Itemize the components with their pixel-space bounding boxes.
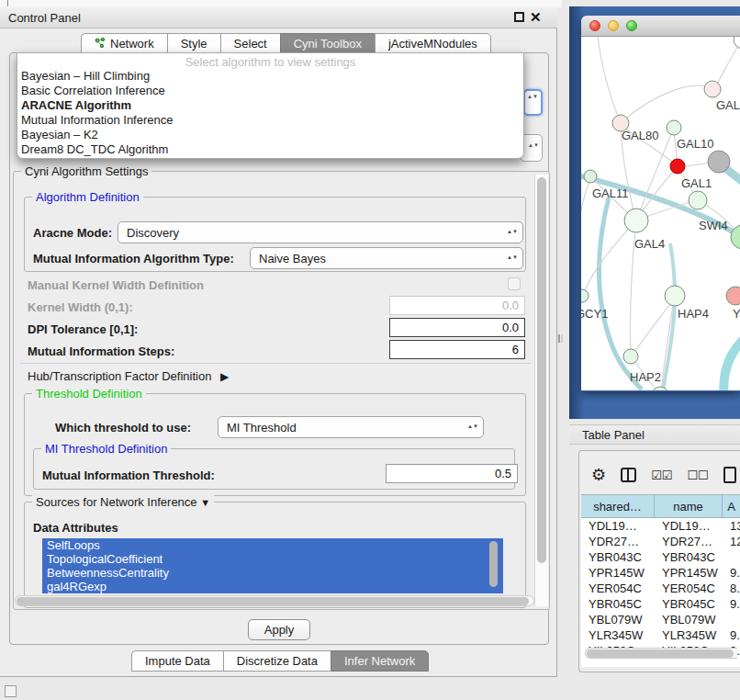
algorithm-combobox-edge[interactable]: ▲▼: [523, 89, 543, 116]
attribute-list-item[interactable]: BetweennessCentrality: [42, 566, 503, 580]
select-columns-unchecked-icon[interactable]: ☐☐: [687, 469, 708, 482]
settings-scrollbar-thumb[interactable]: [537, 177, 546, 563]
network-node[interactable]: [708, 151, 730, 173]
table-panel-titlebar: Table Panel: [569, 424, 740, 445]
network-node[interactable]: [734, 37, 740, 49]
column-header-partial[interactable]: A: [723, 495, 740, 517]
sources-hscroll-thumb[interactable]: [17, 597, 529, 605]
table-cell: 9.: [723, 627, 740, 643]
which-threshold-combobox[interactable]: MI Threshold ▲▼: [218, 416, 484, 438]
network-node[interactable]: [581, 289, 589, 302]
attribute-list-item[interactable]: TopologicalCoefficient: [42, 552, 503, 566]
network-node[interactable]: [667, 120, 681, 135]
network-edge[interactable]: [581, 178, 590, 220]
mi-type-combobox[interactable]: Naive Bayes ▲▼: [250, 247, 523, 269]
minimize-traffic-light-icon[interactable]: [608, 20, 619, 31]
network-edge[interactable]: [715, 40, 740, 87]
apply-button[interactable]: Apply: [248, 619, 310, 640]
close-traffic-light-icon[interactable]: [589, 20, 600, 31]
top-strip: [0, 0, 562, 7]
mi-threshold-field[interactable]: 0.5: [386, 464, 518, 483]
tab-style[interactable]: Style: [167, 33, 220, 54]
tab-jactivemnodules[interactable]: jActiveMNodules: [375, 33, 491, 54]
column-header-shared-name[interactable]: shared…: [581, 495, 655, 517]
network-edge[interactable]: [636, 130, 673, 220]
table-cell: 13: [723, 518, 740, 534]
hub-definition-toggle[interactable]: Hub/Transcription Factor Definition ▶: [28, 369, 229, 383]
mi-type-value: Naive Bayes: [259, 252, 326, 265]
threshold-definition-title: Threshold Definition: [32, 387, 146, 401]
mi-threshold-label: Mutual Information Threshold:: [42, 469, 215, 482]
aracne-mode-label: Aracne Mode:: [33, 226, 112, 240]
tab-select[interactable]: Select: [220, 33, 280, 54]
collapsed-panel-icon[interactable]: [5, 685, 17, 697]
dropdown-item[interactable]: Bayesian – K2: [17, 128, 523, 142]
tab-cyni-toolbox[interactable]: Cyni Toolbox: [280, 33, 375, 54]
select-columns-checked-icon[interactable]: ☑☑: [651, 469, 672, 482]
data-attributes-label: Data Attributes: [33, 521, 118, 535]
aracne-mode-value: Discovery: [127, 226, 179, 240]
network-edge[interactable]: [633, 298, 675, 354]
tab-impute-data[interactable]: Impute Data: [131, 650, 223, 672]
network-edge[interactable]: [598, 37, 620, 121]
tab-label: Discretize Data: [237, 654, 318, 668]
tab-discretize-data[interactable]: Discretize Data: [223, 650, 331, 672]
mi-steps-field[interactable]: 6: [389, 340, 525, 359]
dpi-tolerance-field[interactable]: 0.0: [389, 318, 525, 337]
table-row[interactable]: YDL19…YDL19…13: [581, 518, 740, 534]
tab-label: Impute Data: [145, 654, 210, 668]
network-node[interactable]: [665, 286, 685, 306]
node-label: GAL11: [592, 186, 629, 200]
table-hscroll-thumb[interactable]: [587, 649, 734, 658]
network-node[interactable]: [704, 81, 721, 97]
algorithm-definition-title: Algorithm Definition: [32, 190, 143, 204]
attribute-list-item[interactable]: SelfLoops: [42, 538, 503, 552]
float-icon[interactable]: [514, 12, 524, 22]
network-canvas[interactable]: GALGAL80GAL10GAL1GAL11SWI4GAL4GCY1HAP4YH…: [581, 37, 740, 390]
table-row[interactable]: YBR043CYBR043C: [581, 549, 740, 565]
dropdown-item[interactable]: Dream8 DC_TDC Algorithm: [17, 142, 523, 157]
sources-hscroll-track[interactable]: [15, 595, 534, 606]
settings-scrollbar-track[interactable]: [534, 175, 548, 606]
attribute-list-item[interactable]: gal4RGexp: [42, 580, 503, 593]
table-row[interactable]: YBR045CYBR045C9.: [581, 596, 740, 612]
network-node[interactable]: [689, 191, 707, 209]
node-label: HAP2: [630, 370, 661, 384]
dropdown-item[interactable]: Bayesian – Hill Climbing: [17, 69, 523, 84]
table-row[interactable]: YDR27…YDR27…12: [581, 534, 740, 549]
tab-infer-network[interactable]: Infer Network: [331, 650, 429, 672]
dropdown-item[interactable]: Basic Correlation Inference: [17, 84, 523, 98]
dropdown-item[interactable]: Mutual Information Inference: [17, 113, 523, 128]
attribute-list-scrollbar[interactable]: [489, 541, 498, 587]
aracne-mode-combobox[interactable]: Discovery ▲▼: [118, 221, 523, 243]
new-table-icon[interactable]: [723, 467, 736, 483]
table-hscroll-track[interactable]: [585, 648, 737, 659]
network-node[interactable]: [670, 159, 685, 174]
dropdown-item[interactable]: ARACNE Algorithm: [17, 98, 523, 113]
network-node[interactable]: [623, 349, 638, 364]
table-row[interactable]: YLR345WYLR345W9.: [581, 627, 740, 643]
sources-title[interactable]: Sources for Network Inference ▼: [32, 495, 214, 510]
column-header-name[interactable]: name: [655, 495, 723, 517]
splitter-grip[interactable]: [558, 334, 563, 343]
network-window-titlebar[interactable]: [581, 16, 740, 37]
network-node[interactable]: [584, 170, 597, 183]
network-edge[interactable]: [583, 220, 636, 295]
network-node[interactable]: [726, 287, 740, 305]
table-row[interactable]: YBL079WYBL079W: [581, 612, 740, 627]
tab-label: Style: [181, 37, 207, 51]
manual-kernel-checkbox[interactable]: [508, 277, 521, 290]
kernel-width-field[interactable]: 0.0: [389, 296, 525, 315]
column-view-icon[interactable]: [621, 468, 636, 482]
gear-icon[interactable]: ⚙: [591, 467, 606, 483]
tab-network[interactable]: Network: [81, 33, 167, 54]
combo-arrows-icon: ▲▼: [467, 424, 478, 430]
network-node[interactable]: [624, 209, 648, 232]
table-row[interactable]: YER054CYER054C8.: [581, 581, 740, 596]
table-row[interactable]: YPR145WYPR145W9.: [581, 565, 740, 581]
zoom-traffic-light-icon[interactable]: [626, 20, 637, 31]
network-edge[interactable]: [723, 329, 740, 390]
data-attributes-list[interactable]: SelfLoopsTopologicalCoefficientBetweenne…: [42, 538, 503, 593]
close-icon[interactable]: ✕: [530, 9, 544, 24]
network-edge[interactable]: [622, 85, 710, 121]
